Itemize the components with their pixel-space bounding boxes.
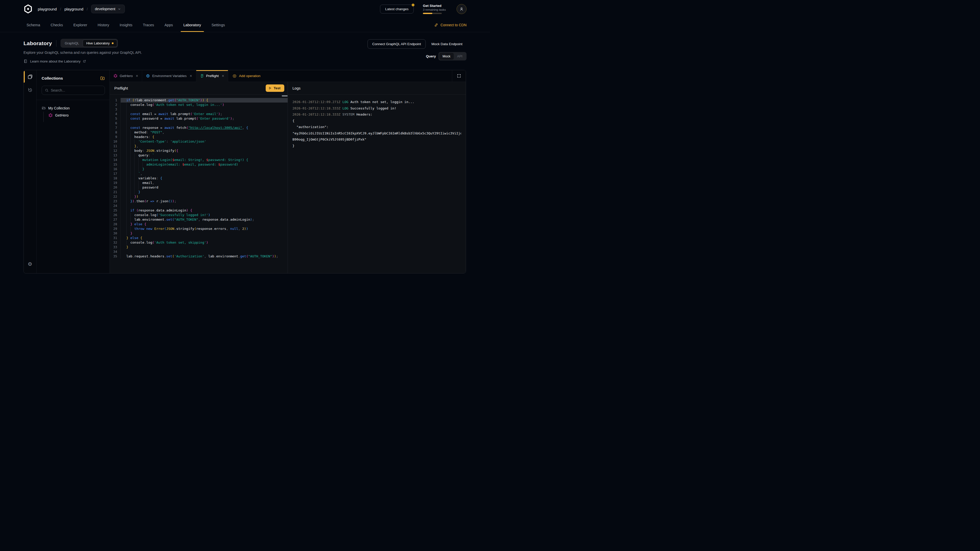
- query-mode-api[interactable]: API: [454, 53, 466, 60]
- close-tab-icon[interactable]: ×: [136, 74, 138, 78]
- code-line[interactable]: 13 query: `: [110, 153, 288, 158]
- code-line[interactable]: 15 adminLogin(email: $email, password: $…: [110, 162, 288, 167]
- code-line[interactable]: 4 const email = await lab.prompt('Enter …: [110, 112, 288, 116]
- line-number: 19: [110, 181, 121, 185]
- code-line[interactable]: 28 } else {: [110, 222, 288, 227]
- rail-collections-button[interactable]: [24, 70, 36, 83]
- code-line[interactable]: 2 console.log('Auth token not set, loggi…: [110, 103, 288, 107]
- editor-tabstrip: GetHero×Environment Variables×Preflight×…: [110, 70, 466, 82]
- line-number: 7: [110, 125, 121, 130]
- test-button-label: Test: [274, 86, 280, 90]
- connect-graphql-api-endpoint-button[interactable]: Connect GraphQL API Endpoint: [368, 39, 426, 49]
- code-line[interactable]: 19 email,: [110, 181, 288, 185]
- target-selector[interactable]: development: [91, 5, 125, 13]
- collection-operation-gethero[interactable]: GetHero: [48, 112, 106, 118]
- nav-tab-checks[interactable]: Checks: [51, 18, 63, 32]
- code-line[interactable]: 31} else {: [110, 236, 288, 240]
- code-line[interactable]: 23 }).then(r => r.json());: [110, 199, 288, 203]
- indent-guide: [134, 185, 135, 190]
- rail-history-button[interactable]: [24, 83, 36, 97]
- code-line-content: if (response.data.adminLogin) {: [121, 208, 288, 213]
- code-line[interactable]: 22 }): [110, 194, 288, 199]
- code-line-content: const email = await lab.prompt('Enter em…: [121, 112, 288, 116]
- code-line[interactable]: 24: [110, 203, 288, 208]
- code-line[interactable]: 1if (!lab.environment.get("AUTH_TOKEN"))…: [110, 98, 288, 103]
- indent-guide: [126, 194, 127, 199]
- code-line[interactable]: 26 console.log('Successfully logged in!'…: [110, 213, 288, 218]
- code-line[interactable]: 21 }: [110, 190, 288, 194]
- indent-guide: [126, 148, 127, 153]
- code-line[interactable]: 10 'Content-Type': 'application/json': [110, 139, 288, 144]
- code-line[interactable]: 14 mutation Login($email: String!, $pass…: [110, 158, 288, 162]
- add-operation-button[interactable]: Add operation: [228, 70, 265, 82]
- collections-search[interactable]: [41, 86, 105, 95]
- code-line[interactable]: 18 variables: {: [110, 176, 288, 181]
- get-started-subtitle: 3 remaining tasks: [423, 8, 446, 11]
- log-line: B90oqg_IjOmGtjP6CkiV5Jt695jBD0fjzPxk": [293, 137, 461, 143]
- search-input[interactable]: [51, 88, 102, 92]
- collection-folder[interactable]: My Collection: [41, 105, 106, 111]
- code-line[interactable]: 9 headers: {: [110, 135, 288, 139]
- connect-to-cdn-link[interactable]: Connect to CDN: [434, 18, 466, 32]
- code-line[interactable]: 5 const password = await lab.prompt('Ent…: [110, 116, 288, 121]
- test-button[interactable]: Test: [266, 84, 284, 92]
- collections-panel: Collections My Collection: [37, 70, 110, 273]
- code-line[interactable]: 6: [110, 121, 288, 125]
- code-line[interactable]: 32 console.log('Auth token set, skipping…: [110, 240, 288, 245]
- code-line[interactable]: 30 }: [110, 231, 288, 236]
- code-line[interactable]: 16 }: [110, 167, 288, 171]
- code-line[interactable]: 12 body: JSON.stringify({: [110, 148, 288, 153]
- hive-logo-icon[interactable]: [24, 4, 33, 14]
- folder-plus-icon[interactable]: [100, 76, 105, 81]
- editor-panel-title: Preflight: [115, 86, 128, 90]
- nav-tab-insights[interactable]: Insights: [120, 18, 132, 32]
- nav-tab-explorer[interactable]: Explorer: [73, 18, 87, 32]
- user-avatar[interactable]: [457, 4, 466, 14]
- tab-environment-variables[interactable]: Environment Variables×: [142, 70, 196, 82]
- nav-tab-schema[interactable]: Schema: [27, 18, 40, 32]
- code-line[interactable]: 7 const response = await fetch("http://l…: [110, 125, 288, 130]
- line-number: 23: [110, 199, 121, 203]
- nav-tab-traces[interactable]: Traces: [143, 18, 154, 32]
- editor-scrollbar-thumb[interactable]: [282, 95, 288, 97]
- fullscreen-button[interactable]: [452, 70, 466, 82]
- indent-guide: [126, 218, 127, 222]
- indent-guide: [126, 231, 127, 236]
- code-line[interactable]: 11 },: [110, 144, 288, 148]
- code-line[interactable]: 33}: [110, 245, 288, 249]
- code-line[interactable]: 27 lab.environment.set("AUTH_TOKEN", res…: [110, 218, 288, 222]
- close-tab-icon[interactable]: ×: [189, 74, 192, 78]
- rail-settings-button[interactable]: ⚙: [24, 257, 36, 271]
- logs-output[interactable]: 2026-01-26T12:12:09.271Z LOG Auth token …: [288, 95, 466, 273]
- nav-tab-history[interactable]: History: [98, 18, 109, 32]
- mock-data-endpoint-button[interactable]: Mock Data Endpoint: [427, 40, 466, 48]
- get-started-widget[interactable]: Get Started 3 remaining tasks: [423, 4, 446, 14]
- code-line[interactable]: 34: [110, 249, 288, 254]
- close-tab-icon[interactable]: ×: [222, 74, 224, 78]
- tab-gethero[interactable]: GetHero×: [110, 70, 142, 82]
- get-started-progressbar: [423, 13, 442, 14]
- line-number: 3: [110, 107, 121, 112]
- indent-guide: [126, 185, 127, 190]
- nav-tab-settings[interactable]: Settings: [212, 18, 225, 32]
- nav-tab-apps[interactable]: Apps: [164, 18, 173, 32]
- latest-changes-button[interactable]: Latest changes: [380, 5, 414, 14]
- breadcrumb-project[interactable]: playground: [64, 7, 83, 11]
- nav-tab-laboratory[interactable]: Laboratory: [183, 18, 201, 32]
- code-line[interactable]: 20 password: [110, 185, 288, 190]
- code-line[interactable]: 25 if (response.data.adminLogin) {: [110, 208, 288, 213]
- tab-preflight[interactable]: Preflight×: [196, 70, 228, 82]
- mode-graphiql[interactable]: GraphiQL: [61, 40, 83, 47]
- code-editor[interactable]: 1if (!lab.environment.get("AUTH_TOKEN"))…: [110, 95, 288, 273]
- mode-hive-laboratory[interactable]: Hive Laboratory: [83, 40, 117, 47]
- get-started-progress-fill: [423, 13, 432, 14]
- code-line-content: throw new Error(JSON.stringify(response.…: [121, 227, 288, 231]
- query-mode-mock[interactable]: Mock: [439, 53, 454, 60]
- code-line[interactable]: 35lab.request.headers.set('Authorization…: [110, 254, 288, 259]
- code-line[interactable]: 17 `,: [110, 171, 288, 176]
- log-line: 2026-01-26T12:12:09.271Z LOG Auth token …: [293, 99, 461, 105]
- code-line[interactable]: 8 method: "POST",: [110, 130, 288, 135]
- code-line[interactable]: 3: [110, 107, 288, 112]
- code-line[interactable]: 29 throw new Error(JSON.stringify(respon…: [110, 227, 288, 231]
- breadcrumb-org[interactable]: playground: [38, 7, 57, 11]
